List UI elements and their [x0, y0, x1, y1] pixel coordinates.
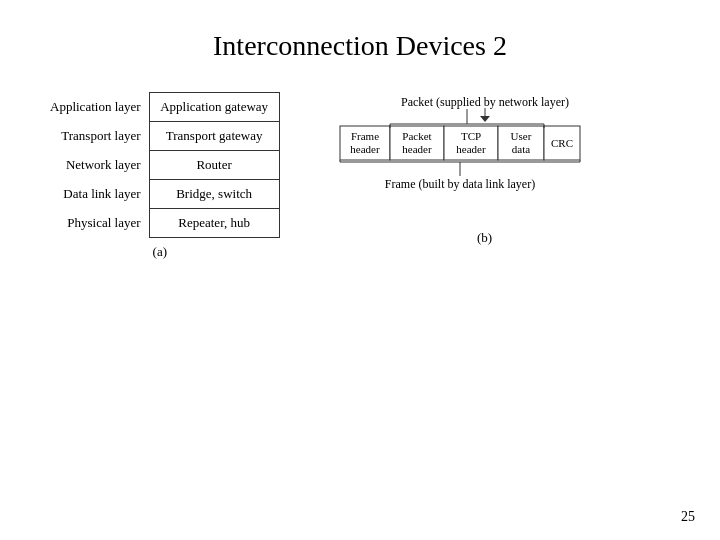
page: Interconnection Devices 2 Application la… [0, 0, 720, 540]
right-diagram-svg: Packet (supplied by network layer) Frame… [330, 92, 640, 222]
svg-text:User: User [510, 130, 531, 142]
table-row: Data link layerBridge, switch [40, 180, 279, 209]
svg-text:TCP: TCP [461, 130, 481, 142]
table-row: Network layerRouter [40, 151, 279, 180]
table-row: Physical layerRepeater, hub [40, 209, 279, 238]
device-name: Repeater, hub [149, 209, 279, 238]
svg-text:CRC: CRC [551, 137, 573, 149]
right-diagram: Packet (supplied by network layer) Frame… [330, 92, 640, 246]
svg-marker-2 [480, 116, 490, 122]
svg-text:Frame (built by data link laye: Frame (built by data link layer) [384, 177, 534, 191]
layer-name: Application layer [40, 93, 149, 122]
svg-text:data: data [511, 143, 529, 155]
svg-text:header: header [350, 143, 380, 155]
svg-text:header: header [402, 143, 432, 155]
svg-text:header: header [456, 143, 486, 155]
page-number: 25 [681, 509, 695, 525]
device-name: Router [149, 151, 279, 180]
svg-text:Packet (supplied by network la: Packet (supplied by network layer) [401, 95, 569, 109]
layer-name: Network layer [40, 151, 149, 180]
layer-name: Physical layer [40, 209, 149, 238]
table-row: Application layerApplication gateway [40, 93, 279, 122]
table-row: Transport layerTransport gateway [40, 122, 279, 151]
diagram-a-label: (a) [153, 244, 167, 260]
layer-name: Transport layer [40, 122, 149, 151]
content-area: Application layerApplication gatewayTran… [30, 92, 690, 260]
svg-text:Frame: Frame [351, 130, 379, 142]
page-title: Interconnection Devices 2 [30, 30, 690, 62]
layer-name: Data link layer [40, 180, 149, 209]
device-name: Transport gateway [149, 122, 279, 151]
device-name: Application gateway [149, 93, 279, 122]
diagram-b-label: (b) [330, 230, 640, 246]
left-diagram: Application layerApplication gatewayTran… [40, 92, 280, 260]
layer-table: Application layerApplication gatewayTran… [40, 92, 280, 238]
svg-text:Packet: Packet [402, 130, 431, 142]
device-name: Bridge, switch [149, 180, 279, 209]
